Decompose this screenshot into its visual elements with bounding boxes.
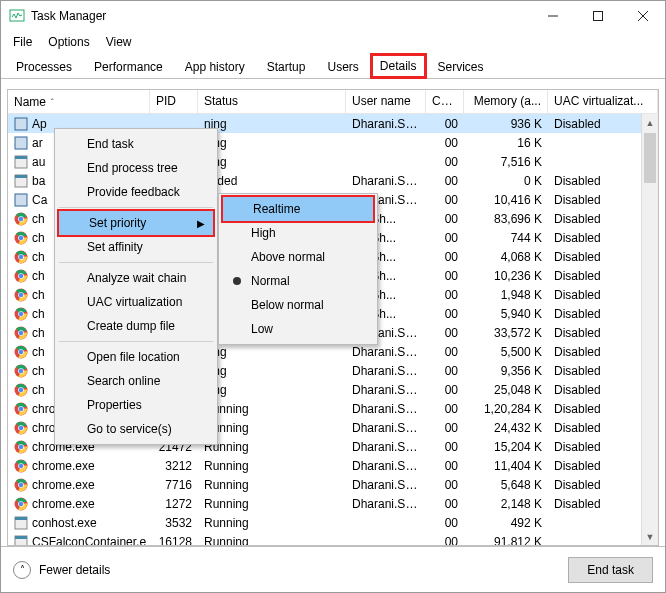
process-icon [14, 421, 28, 435]
cell-mem: 11,404 K [464, 458, 548, 474]
table-row[interactable]: CSFalconContainer.e16128Running0091,812 … [8, 532, 658, 545]
process-context-menu[interactable]: End task End process tree Provide feedba… [54, 128, 218, 445]
tab-users[interactable]: Users [316, 56, 369, 78]
svg-point-32 [19, 330, 23, 334]
priority-below-normal[interactable]: Below normal [221, 293, 375, 317]
col-uac[interactable]: UAC virtualizat... [548, 90, 658, 113]
cell-mem: 10,416 K [464, 192, 548, 208]
tab-startup[interactable]: Startup [256, 56, 317, 78]
cell-mem: 91,812 K [464, 534, 548, 546]
separator [59, 341, 213, 342]
ctx-end-task[interactable]: End task [57, 132, 215, 156]
cell-mem: 83,696 K [464, 211, 548, 227]
cell-pid: 3532 [150, 515, 198, 531]
cell-cpu: 00 [426, 116, 464, 132]
close-button[interactable] [620, 1, 665, 31]
table-row[interactable]: chrome.exe1272RunningDharani.Sh...002,14… [8, 494, 658, 513]
ctx-analyze[interactable]: Analyze wait chain [57, 266, 215, 290]
menu-file[interactable]: File [7, 33, 38, 51]
end-task-button[interactable]: End task [568, 557, 653, 583]
ctx-set-priority[interactable]: Set priority▶ [57, 209, 215, 237]
cell-status: Running [198, 515, 346, 531]
col-mem[interactable]: Memory (a... [464, 90, 548, 113]
ctx-set-affinity[interactable]: Set affinity [57, 235, 215, 259]
ctx-search-online[interactable]: Search online [57, 369, 215, 393]
process-name-label: ch [32, 212, 45, 226]
process-name-label: ch [32, 383, 45, 397]
tab-processes[interactable]: Processes [5, 56, 83, 78]
priority-high[interactable]: High [221, 221, 375, 245]
table-row[interactable]: chrome.exe3212RunningDharani.Sh...0011,4… [8, 456, 658, 475]
col-name[interactable]: Name ˆ [8, 90, 150, 113]
ctx-dump[interactable]: Create dump file [57, 314, 215, 338]
vertical-scrollbar[interactable]: ▲ ▼ [641, 114, 658, 545]
ctx-end-tree[interactable]: End process tree [57, 156, 215, 180]
tab-details[interactable]: Details [370, 53, 427, 79]
ctx-uac[interactable]: UAC virtualization [57, 290, 215, 314]
process-name-label: ch [32, 345, 45, 359]
cell-user [346, 142, 426, 144]
process-name-label: CSFalconContainer.e [32, 535, 146, 546]
cell-cpu: 00 [426, 439, 464, 455]
process-icon [14, 364, 28, 378]
priority-low[interactable]: Low [221, 317, 375, 341]
tab-services[interactable]: Services [427, 56, 495, 78]
chevron-up-icon: ˄ [13, 561, 31, 579]
maximize-button[interactable] [575, 1, 620, 31]
cell-mem: 4,068 K [464, 249, 548, 265]
process-name-label: chrome.exe [32, 497, 95, 511]
svg-rect-63 [15, 536, 27, 539]
priority-realtime[interactable]: Realtime [221, 195, 375, 223]
fewer-details-button[interactable]: ˄ Fewer details [13, 561, 568, 579]
process-icon [14, 326, 28, 340]
col-status[interactable]: Status [198, 90, 346, 113]
menu-view[interactable]: View [100, 33, 138, 51]
cell-pid: 1272 [150, 496, 198, 512]
cell-status: Running [198, 401, 346, 417]
process-icon [14, 478, 28, 492]
tab-performance[interactable]: Performance [83, 56, 174, 78]
minimize-button[interactable] [530, 1, 575, 31]
svg-rect-8 [15, 156, 27, 159]
cell-name: CSFalconContainer.e [8, 534, 150, 546]
svg-rect-61 [15, 517, 27, 520]
cell-cpu: 00 [426, 496, 464, 512]
col-cpu[interactable]: CPU [426, 90, 464, 113]
priority-submenu[interactable]: Realtime High Above normal Normal Below … [218, 193, 378, 345]
cell-pid: 3212 [150, 458, 198, 474]
tab-app-history[interactable]: App history [174, 56, 256, 78]
col-pid[interactable]: PID [150, 90, 198, 113]
cell-status: Running [198, 420, 346, 436]
cell-user: Dharani.Sh... [346, 344, 426, 360]
cell-mem: 33,572 K [464, 325, 548, 341]
priority-normal[interactable]: Normal [221, 269, 375, 293]
ctx-properties[interactable]: Properties [57, 393, 215, 417]
ctx-feedback[interactable]: Provide feedback [57, 180, 215, 204]
cell-cpu: 00 [426, 249, 464, 265]
scroll-up-icon[interactable]: ▲ [642, 114, 658, 131]
cell-pid: 7716 [150, 477, 198, 493]
process-icon [14, 459, 28, 473]
cell-cpu: 00 [426, 325, 464, 341]
cell-cpu: 00 [426, 306, 464, 322]
cell-cpu: 00 [426, 363, 464, 379]
cell-status: Running [198, 477, 346, 493]
process-icon [14, 174, 28, 188]
ctx-open-location[interactable]: Open file location [57, 345, 215, 369]
radio-checked-icon [233, 277, 241, 285]
cell-mem: 2,148 K [464, 496, 548, 512]
svg-rect-5 [15, 118, 27, 130]
cell-user: Dharani.Sh... [346, 477, 426, 493]
menu-options[interactable]: Options [42, 33, 95, 51]
process-icon [14, 250, 28, 264]
process-name-label: ch [32, 231, 45, 245]
table-row[interactable]: chrome.exe7716RunningDharani.Sh...005,64… [8, 475, 658, 494]
scroll-thumb[interactable] [644, 133, 656, 183]
col-user[interactable]: User name [346, 90, 426, 113]
priority-above-normal[interactable]: Above normal [221, 245, 375, 269]
ctx-go-to-services[interactable]: Go to service(s) [57, 417, 215, 441]
process-icon [14, 117, 28, 131]
scroll-down-icon[interactable]: ▼ [642, 528, 658, 545]
table-row[interactable]: conhost.exe3532Running00492 K [8, 513, 658, 532]
cell-mem: 10,236 K [464, 268, 548, 284]
